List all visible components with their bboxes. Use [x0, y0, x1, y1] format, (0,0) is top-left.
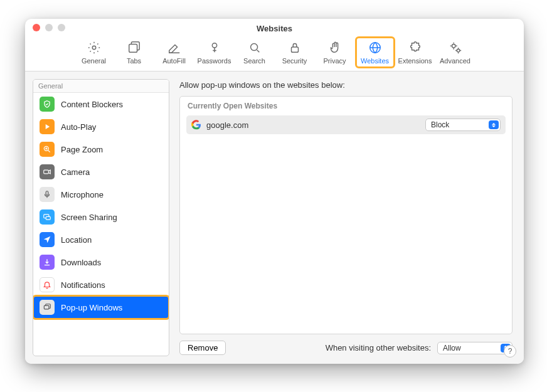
sidebar-item-location[interactable]: Location	[33, 228, 169, 251]
default-setting-label: When visiting other websites:	[326, 343, 431, 352]
camera-icon	[40, 164, 55, 179]
lock-icon	[287, 40, 302, 55]
sidebar-item-label: Auto-Play	[61, 122, 96, 132]
website-setting-select[interactable]: Block	[425, 119, 501, 131]
window-stack-icon	[40, 300, 55, 315]
website-row[interactable]: google.com Block	[186, 115, 506, 134]
website-domain: google.com	[206, 120, 420, 130]
microphone-icon	[40, 187, 55, 202]
hand-icon	[327, 40, 343, 55]
main-footer: Remove When visiting other websites: All…	[179, 334, 512, 355]
svg-rect-1	[129, 45, 137, 53]
google-favicon-icon	[191, 120, 201, 130]
key-icon	[207, 40, 222, 55]
sidebar-item-popup-windows[interactable]: Pop-up Windows	[33, 296, 169, 319]
tabs-icon	[127, 40, 142, 55]
sidebar-item-label: Microphone	[61, 190, 104, 199]
puzzle-icon	[408, 40, 423, 55]
settings-sidebar: General Content Blockers Auto-Play	[33, 79, 169, 356]
sidebar-item-page-zoom[interactable]: Page Zoom	[33, 138, 169, 161]
sidebar-item-label: Content Blockers	[61, 100, 123, 109]
traffic-lights	[33, 24, 65, 31]
preferences-toolbar: General Tabs AutoFill Passwords Search	[25, 33, 524, 72]
globe-icon	[368, 40, 383, 55]
select-value: Block	[431, 120, 449, 129]
sidebar-item-microphone[interactable]: Microphone	[33, 183, 169, 206]
remove-button[interactable]: Remove	[179, 341, 226, 355]
sidebar-item-screen-sharing[interactable]: Screen Sharing	[33, 206, 169, 228]
content-area: General Content Blockers Auto-Play	[25, 72, 524, 364]
close-window-button[interactable]	[33, 24, 40, 31]
bell-icon	[40, 277, 55, 292]
gears-icon	[448, 40, 463, 55]
zoom-icon	[40, 142, 55, 157]
svg-point-0	[92, 46, 96, 50]
toolbar-security[interactable]: Security	[276, 38, 314, 67]
minimize-window-button[interactable]	[45, 24, 53, 31]
sidebar-list: Content Blockers Auto-Play Page Zoom	[33, 93, 169, 356]
svg-point-2	[212, 43, 216, 48]
toolbar-search[interactable]: Search	[236, 38, 274, 67]
svg-point-3	[250, 44, 257, 51]
sidebar-item-label: Camera	[61, 167, 90, 177]
zoom-window-button[interactable]	[58, 24, 65, 31]
sidebar-item-label: Pop-up Windows	[61, 303, 122, 312]
download-icon	[40, 255, 55, 270]
sidebar-section-header: General	[33, 80, 169, 93]
shield-check-icon	[40, 97, 55, 112]
svg-rect-4	[291, 47, 298, 52]
sidebar-item-label: Downloads	[61, 258, 101, 267]
preferences-window: Websites General Tabs AutoFill Passwor	[25, 19, 524, 364]
default-setting-select[interactable]: Allow	[437, 342, 512, 354]
toolbar-privacy[interactable]: Privacy	[316, 38, 354, 67]
sidebar-item-label: Page Zoom	[61, 145, 103, 154]
svg-point-6	[452, 45, 455, 48]
toolbar-general[interactable]: General	[75, 38, 113, 67]
toolbar-advanced[interactable]: Advanced	[437, 38, 474, 67]
main-heading: Allow pop-up windows on the websites bel…	[179, 80, 512, 90]
search-icon	[247, 40, 262, 55]
svg-rect-13	[44, 305, 49, 309]
gear-icon	[87, 40, 102, 55]
toolbar-passwords[interactable]: Passwords	[196, 38, 233, 67]
sidebar-item-label: Location	[61, 235, 92, 245]
websites-list-frame: Currently Open Websites google.com Block	[179, 96, 512, 334]
svg-rect-9	[44, 170, 49, 174]
sidebar-item-camera[interactable]: Camera	[33, 161, 169, 183]
toolbar-extensions[interactable]: Extensions	[396, 38, 434, 67]
titlebar: Websites	[25, 19, 524, 33]
sidebar-item-label: Screen Sharing	[61, 213, 117, 222]
svg-rect-12	[46, 216, 50, 220]
pencil-line-icon	[167, 40, 182, 55]
select-value: Allow	[443, 344, 461, 352]
location-arrow-icon	[40, 232, 55, 247]
main-panel: Allow pop-up windows on the websites bel…	[169, 72, 524, 364]
sidebar-item-notifications[interactable]: Notifications	[33, 273, 169, 296]
toolbar-tabs[interactable]: Tabs	[115, 38, 153, 67]
select-stepper-icon	[489, 120, 499, 129]
sidebar-item-downloads[interactable]: Downloads	[33, 251, 169, 273]
screen-sharing-icon	[40, 209, 55, 225]
toolbar-websites[interactable]: Websites	[356, 38, 394, 67]
svg-rect-10	[46, 191, 48, 195]
currently-open-header: Currently Open Websites	[180, 97, 512, 115]
window-title: Websites	[31, 23, 518, 33]
play-icon	[40, 119, 55, 134]
sidebar-item-label: Notifications	[61, 280, 105, 290]
help-button[interactable]: ?	[504, 345, 516, 358]
sidebar-item-content-blockers[interactable]: Content Blockers	[33, 93, 169, 115]
sidebar-item-auto-play[interactable]: Auto-Play	[33, 115, 169, 138]
toolbar-autofill[interactable]: AutoFill	[156, 38, 193, 67]
svg-point-7	[457, 49, 460, 52]
